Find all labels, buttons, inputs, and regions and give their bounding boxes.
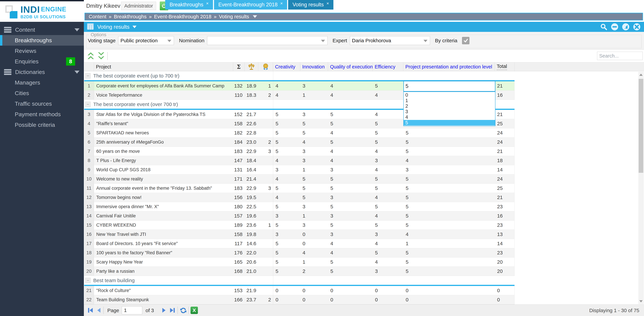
score-cell-creativity[interactable]: 5 <box>273 110 300 119</box>
table-row[interactable]: 14Carnival Fair Unitile15719.63134516 <box>84 211 514 220</box>
score-cell-presentation[interactable]: 5 <box>403 220 495 230</box>
close-tab-icon[interactable]: × <box>326 1 329 5</box>
collapse-group-icon[interactable]: − <box>85 278 90 283</box>
expand-all-icon[interactable] <box>97 52 105 60</box>
group-header-row[interactable]: −Best team building <box>84 276 514 286</box>
tab-voting-results[interactable]: Voting results× <box>288 0 333 10</box>
sidebar-item-managers[interactable]: Managers <box>0 77 84 88</box>
sidebar-item-dictionaries[interactable]: Dictionaries <box>0 67 84 77</box>
table-row[interactable]: 16New Year Travel with JTI15819.83033413 <box>84 230 514 239</box>
score-cell-quality[interactable]: 5 <box>328 174 373 184</box>
weight-header[interactable] <box>244 62 258 71</box>
score-cell-innovation[interactable]: 5 <box>300 119 328 128</box>
score-cell-efficiency[interactable]: 5 <box>373 220 403 230</box>
row-number-header[interactable] <box>84 62 94 71</box>
score-cell-innovation[interactable]: 5 <box>300 174 328 184</box>
score-cell-efficiency[interactable]: 4 <box>373 110 403 119</box>
nomination-select[interactable] <box>207 36 328 45</box>
table-row[interactable]: 10Welcome to new reality17121.44555524 <box>84 174 514 184</box>
collapse-all-icon[interactable] <box>87 52 94 60</box>
search-input[interactable] <box>597 52 643 60</box>
score-cell-innovation[interactable]: 5 <box>300 193 328 202</box>
vertical-scrollbar[interactable] <box>638 72 644 304</box>
score-cell-innovation[interactable]: 1 <box>300 258 328 266</box>
dropdown-option[interactable]: 0 <box>404 92 495 98</box>
score-cell-quality[interactable]: 4 <box>328 128 373 137</box>
dropdown-option[interactable]: 3 <box>404 109 495 114</box>
export-excel-icon[interactable]: X <box>190 306 198 314</box>
criteria-header-presentation[interactable]: Project presentation and protection leve… <box>403 62 495 71</box>
score-cell-quality[interactable]: 5 <box>328 119 373 128</box>
score-cell-quality[interactable]: 5 <box>328 267 373 276</box>
score-cell-creativity[interactable]: 0 <box>273 286 300 295</box>
score-cell-efficiency[interactable]: 4 <box>373 193 403 202</box>
last-page-icon[interactable] <box>169 307 176 314</box>
score-cell-efficiency[interactable]: 3 <box>373 156 403 165</box>
criteria-header-efficiency[interactable]: Efficiency <box>373 62 403 71</box>
score-cell-efficiency[interactable]: 5 <box>373 174 403 184</box>
breadcrumb-item[interactable]: Breakthroughs <box>114 14 146 20</box>
collapse-group-icon[interactable]: − <box>85 102 90 107</box>
collapse-panel-icon[interactable] <box>611 23 618 31</box>
score-cell-innovation[interactable]: 0 <box>300 239 328 248</box>
dropdown-option[interactable]: 2 <box>404 103 495 109</box>
score-cell-creativity[interactable]: 5 <box>273 239 300 248</box>
score-cell-efficiency[interactable]: 5 <box>373 184 403 193</box>
score-cell-presentation[interactable]: 0 <box>403 295 495 304</box>
page-input[interactable] <box>122 306 142 314</box>
medal-header[interactable] <box>258 62 273 71</box>
score-cell-innovation[interactable]: 1 <box>300 165 328 174</box>
score-cell-creativity[interactable]: 5 <box>273 119 300 128</box>
sidebar-item-enquiries[interactable]: Enquiries8 <box>0 56 84 67</box>
tab-event-breakthrough-2018[interactable]: Event-Breakthrough 2018× <box>214 0 287 10</box>
score-cell-efficiency[interactable]: 3 <box>373 230 403 239</box>
table-row[interactable]: 8T Plus - Life Energy14718.44343418 <box>84 156 514 165</box>
close-tab-icon[interactable]: × <box>206 1 209 5</box>
score-cell-creativity[interactable]: 3 <box>273 211 300 220</box>
score-cell-presentation[interactable]: 5 <box>403 138 495 146</box>
score-cell-innovation[interactable]: 1 <box>300 211 328 220</box>
breadcrumb-item[interactable]: Event-Breakthrough 2018 <box>154 14 212 20</box>
score-cell-efficiency[interactable]: 0 <box>373 295 403 304</box>
score-cell-creativity[interactable]: 0 <box>273 295 300 304</box>
score-cell-creativity[interactable]: 5 <box>273 184 300 193</box>
sidebar-item-content[interactable]: Content <box>0 24 84 35</box>
score-cell-presentation[interactable]: 5 <box>403 258 495 266</box>
score-cell-presentation[interactable]: 0 <box>403 286 495 295</box>
score-cell-innovation[interactable]: 3 <box>300 202 328 211</box>
table-row[interactable]: 12Tomorrow begins now!15619.54534521 <box>84 193 514 202</box>
score-cell-quality[interactable]: 5 <box>328 110 373 119</box>
score-cell-quality[interactable]: 3 <box>328 211 373 220</box>
score-cell-innovation[interactable]: 4 <box>300 248 328 257</box>
score-cell-creativity[interactable]: 5 <box>273 147 300 156</box>
score-cell-creativity[interactable]: 4 <box>273 156 300 165</box>
app-logo[interactable]: INDIENGINE B2DB UI SOLUTIONS <box>0 1 84 22</box>
score-cell-creativity[interactable]: 5 <box>273 128 300 137</box>
sidebar-item-cities[interactable]: Cities <box>0 88 84 98</box>
tab-breakthroughs[interactable]: Breakthroughs× <box>165 0 213 10</box>
score-cell-quality[interactable]: 0 <box>328 286 373 295</box>
score-cell-efficiency[interactable]: 4 <box>373 90 403 100</box>
score-cell-quality[interactable]: 3 <box>328 230 373 239</box>
score-cell-presentation[interactable]: 5 <box>403 147 495 156</box>
score-cell-presentation[interactable]: 3 <box>403 165 495 174</box>
criteria-header-quality[interactable]: Quality of execution <box>328 62 373 71</box>
score-cell-quality[interactable]: 5 <box>328 184 373 193</box>
table-row[interactable]: 760 years on the move18322.935344521 <box>84 147 514 156</box>
score-cell-quality[interactable]: 0 <box>328 295 373 304</box>
breadcrumb-item[interactable]: Content <box>89 14 106 20</box>
score-cell-creativity[interactable]: 3 <box>273 165 300 174</box>
score-cell-quality[interactable]: 5 <box>328 138 373 146</box>
score-cell-efficiency[interactable]: 4 <box>373 239 403 248</box>
score-cell-presentation[interactable]: 5 <box>403 174 495 184</box>
table-row[interactable]: 22Team Building Steampunk16623.72000000 <box>84 295 514 304</box>
score-cell-efficiency[interactable]: 5 <box>373 202 403 211</box>
score-cell-efficiency[interactable]: 4 <box>373 147 403 156</box>
panel-title-caret-icon[interactable] <box>132 26 136 28</box>
breadcrumb[interactable]: Content»Breakthroughs»Event-Breakthrough… <box>84 13 643 20</box>
score-cell-innovation[interactable]: 3 <box>300 156 328 165</box>
score-cell-quality[interactable]: 3 <box>328 193 373 202</box>
scroll-down-icon[interactable] <box>638 298 644 304</box>
score-cell-quality[interactable]: 4 <box>328 239 373 248</box>
table-row[interactable]: 20Party like a russian16821.05253520 <box>84 267 514 276</box>
